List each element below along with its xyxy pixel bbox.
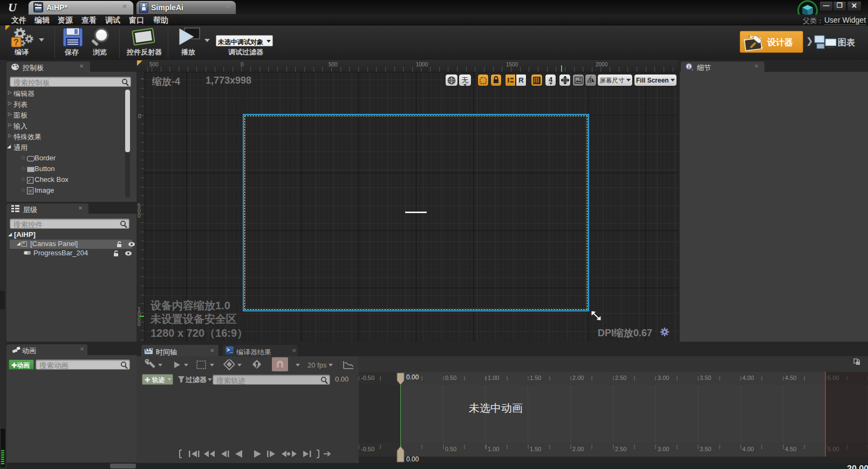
svg-text:?: ? xyxy=(13,38,19,47)
svg-text:U: U xyxy=(8,1,17,14)
svg-text:i: i xyxy=(688,64,690,70)
